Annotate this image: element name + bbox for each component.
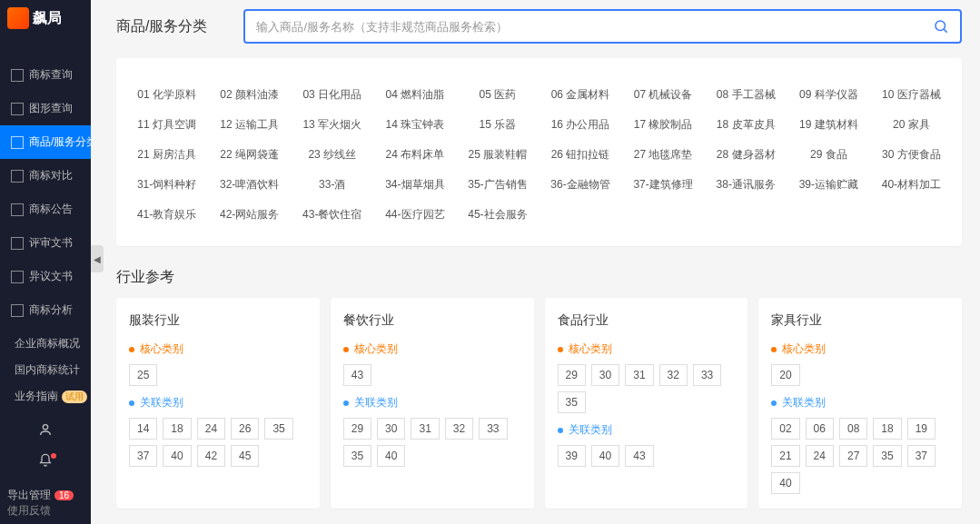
category-tag[interactable]: 21 — [771, 445, 799, 467]
nav-sub-0[interactable]: 企业商标概况 — [0, 331, 91, 357]
search-icon[interactable] — [933, 18, 949, 35]
category-item[interactable]: 04 燃料油脂 — [373, 80, 456, 110]
category-item[interactable]: 21 厨房洁具 — [125, 140, 208, 170]
category-item[interactable]: 44-医疗园艺 — [373, 200, 456, 230]
category-tag[interactable]: 45 — [231, 445, 259, 467]
category-item[interactable]: 18 皮革皮具 — [705, 110, 787, 140]
category-item[interactable]: 11 灯具空调 — [125, 110, 208, 140]
category-tag[interactable]: 39 — [558, 445, 586, 467]
category-tag[interactable]: 24 — [197, 418, 225, 440]
category-tag[interactable]: 35 — [343, 445, 371, 467]
nav-item-7[interactable]: 商标分析 — [0, 293, 91, 327]
category-item[interactable]: 34-烟草烟具 — [373, 170, 456, 200]
category-item[interactable]: 14 珠宝钟表 — [373, 110, 456, 140]
category-tag[interactable]: 35 — [264, 418, 292, 440]
category-tag[interactable]: 20 — [771, 364, 799, 386]
category-tag[interactable]: 35 — [873, 445, 901, 467]
category-item[interactable]: 03 日化用品 — [291, 80, 373, 110]
category-item[interactable]: 38-通讯服务 — [705, 170, 787, 200]
category-item[interactable]: 19 建筑材料 — [787, 110, 870, 140]
category-item[interactable]: 02 颜料油漆 — [208, 80, 291, 110]
category-tag[interactable]: 27 — [839, 445, 867, 467]
category-item[interactable]: 45-社会服务 — [456, 200, 539, 230]
nav-item-0[interactable]: 商标查询 — [0, 58, 91, 92]
nav-item-5[interactable]: 评审文书 — [0, 226, 91, 260]
category-item[interactable]: 42-网站服务 — [208, 200, 291, 230]
category-tag[interactable]: 40 — [771, 472, 799, 494]
category-tag[interactable]: 37 — [907, 445, 935, 467]
export-manage[interactable]: 导出管理 16 — [0, 488, 91, 503]
category-item[interactable]: 16 办公用品 — [539, 110, 621, 140]
nav-item-3[interactable]: 商标对比 — [0, 159, 91, 193]
category-item[interactable]: 10 医疗器械 — [870, 80, 953, 110]
category-tag[interactable]: 43 — [625, 445, 653, 467]
category-item[interactable]: 26 钮扣拉链 — [539, 140, 621, 170]
category-item[interactable]: 28 健身器材 — [705, 140, 787, 170]
nav-item-6[interactable]: 异议文书 — [0, 260, 91, 293]
feedback-link[interactable]: 使用反馈 — [7, 503, 51, 519]
category-item[interactable]: 43-餐饮住宿 — [291, 200, 373, 230]
category-item[interactable]: 05 医药 — [456, 80, 539, 110]
nav-sub-1[interactable]: 国内商标统计 — [0, 357, 91, 383]
search-box[interactable] — [243, 9, 962, 44]
category-item[interactable]: 09 科学仪器 — [787, 80, 870, 110]
category-tag[interactable]: 42 — [197, 445, 225, 467]
category-item[interactable]: 29 食品 — [787, 140, 870, 170]
category-item[interactable]: 37-建筑修理 — [622, 170, 705, 200]
category-tag[interactable]: 30 — [591, 364, 619, 386]
category-item[interactable]: 08 手工器械 — [705, 80, 787, 110]
category-tag[interactable]: 06 — [806, 418, 834, 440]
category-item[interactable]: 33-酒 — [291, 170, 373, 200]
category-tag[interactable]: 32 — [445, 418, 473, 440]
category-item[interactable]: 41-教育娱乐 — [125, 200, 208, 230]
nav-sub-2[interactable]: 业务指南试用 — [0, 383, 91, 410]
nav-item-1[interactable]: 图形查询 — [0, 92, 91, 125]
category-tag[interactable]: 31 — [411, 418, 439, 440]
category-tag[interactable]: 43 — [343, 364, 371, 386]
category-item[interactable]: 25 服装鞋帽 — [456, 140, 539, 170]
category-item[interactable]: 15 乐器 — [456, 110, 539, 140]
category-item[interactable]: 27 地毯席垫 — [622, 140, 705, 170]
category-tag[interactable]: 29 — [558, 364, 586, 386]
user-icon[interactable] — [0, 422, 91, 440]
category-tag[interactable]: 29 — [343, 418, 371, 440]
category-item[interactable]: 01 化学原料 — [125, 80, 208, 110]
category-tag[interactable]: 18 — [163, 418, 191, 440]
category-tag[interactable]: 02 — [771, 418, 799, 440]
category-tag[interactable]: 18 — [873, 418, 901, 440]
category-item[interactable]: 06 金属材料 — [539, 80, 621, 110]
category-item[interactable]: 13 军火烟火 — [291, 110, 373, 140]
category-tag[interactable]: 08 — [839, 418, 867, 440]
category-item[interactable]: 32-啤酒饮料 — [208, 170, 291, 200]
nav-item-4[interactable]: 商标公告 — [0, 193, 91, 226]
category-item[interactable]: 07 机械设备 — [622, 80, 705, 110]
category-item[interactable]: 36-金融物管 — [539, 170, 621, 200]
category-item[interactable]: 40-材料加工 — [870, 170, 953, 200]
category-tag[interactable]: 40 — [377, 445, 405, 467]
category-tag[interactable]: 40 — [163, 445, 191, 467]
category-item[interactable]: 31-饲料种籽 — [125, 170, 208, 200]
nav-item-2[interactable]: 商品/服务分类 — [0, 125, 91, 159]
category-item[interactable]: 30 方便食品 — [870, 140, 953, 170]
category-item[interactable]: 17 橡胶制品 — [622, 110, 705, 140]
category-item[interactable]: 35-广告销售 — [456, 170, 539, 200]
category-tag[interactable]: 33 — [693, 364, 721, 386]
category-tag[interactable]: 35 — [558, 391, 586, 413]
category-tag[interactable]: 26 — [231, 418, 259, 440]
category-tag[interactable]: 40 — [591, 445, 619, 467]
category-tag[interactable]: 33 — [479, 418, 507, 440]
category-item[interactable]: 24 布料床单 — [373, 140, 456, 170]
category-tag[interactable]: 24 — [806, 445, 834, 467]
category-tag[interactable]: 14 — [129, 418, 157, 440]
category-tag[interactable]: 30 — [377, 418, 405, 440]
category-item[interactable]: 23 纱线丝 — [291, 140, 373, 170]
sidebar-collapse-handle[interactable]: ◀ — [91, 245, 104, 272]
search-input[interactable] — [256, 20, 933, 34]
category-item[interactable]: 22 绳网袋蓬 — [208, 140, 291, 170]
category-item[interactable]: 12 运输工具 — [208, 110, 291, 140]
category-tag[interactable]: 37 — [129, 445, 157, 467]
category-item[interactable]: 20 家具 — [870, 110, 953, 140]
category-tag[interactable]: 19 — [907, 418, 935, 440]
category-tag[interactable]: 31 — [625, 364, 653, 386]
category-tag[interactable]: 25 — [129, 364, 157, 386]
